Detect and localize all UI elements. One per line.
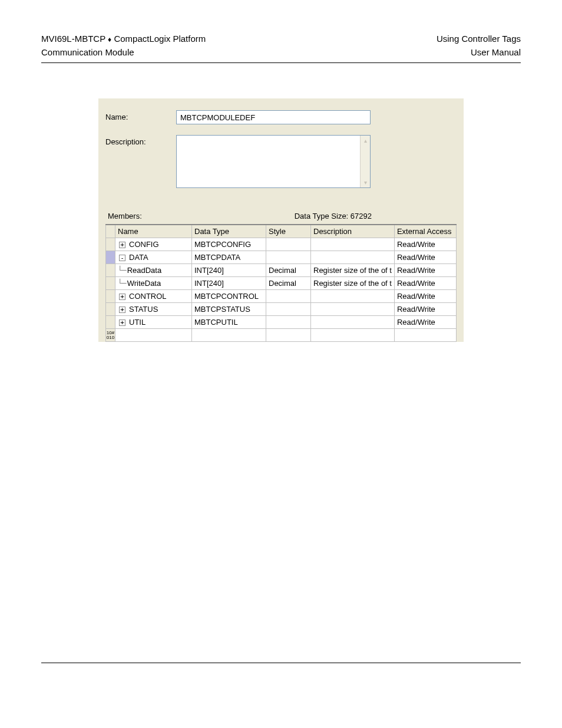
header-section: Using Controller Tags <box>437 32 521 46</box>
cell-style[interactable] <box>266 251 311 264</box>
expand-icon[interactable]: + <box>119 307 125 313</box>
table-row[interactable]: -DATAMBTCPDATARead/Write <box>106 251 457 264</box>
cell-style[interactable] <box>266 290 311 303</box>
footer-rule <box>41 663 521 663</box>
member-name: DATA <box>129 253 148 262</box>
cell-external-access[interactable]: Read/Write <box>394 264 456 277</box>
members-grid: Name Data Type Style Description Externa… <box>105 224 457 342</box>
member-name: CONTROL <box>129 292 167 301</box>
cell-name[interactable]: -DATA <box>115 251 192 264</box>
cell-data-type[interactable]: MBTCPCONTROL <box>192 290 266 303</box>
table-row[interactable]: +UTILMBTCPUTILRead/Write <box>106 316 457 329</box>
table-row[interactable]: +CONTROLMBTCPCONTROLRead/Write <box>106 290 457 303</box>
cell-description[interactable]: Register size of the of t <box>311 277 395 290</box>
row-stub[interactable] <box>106 290 115 303</box>
row-stub-new[interactable]: 10#010 <box>106 329 115 342</box>
empty-cell[interactable] <box>311 329 395 342</box>
header-product: MVI69L-MBTCP <box>41 34 105 44</box>
col-header-name[interactable]: Name <box>115 225 192 238</box>
empty-cell[interactable] <box>266 329 311 342</box>
page-header: MVI69L-MBTCP ♦ CompactLogix Platform Com… <box>41 32 521 63</box>
cell-style[interactable]: Decimal <box>266 264 311 277</box>
cell-name[interactable]: └─ReadData <box>115 264 192 277</box>
cell-description[interactable] <box>311 290 395 303</box>
cell-style[interactable] <box>266 303 311 316</box>
row-stub[interactable] <box>106 316 115 329</box>
cell-description[interactable] <box>311 251 395 264</box>
table-row-empty[interactable]: 10#010 <box>106 329 457 342</box>
header-platform: CompactLogix Platform <box>114 34 206 44</box>
tree-branch-icon: └─ <box>118 266 126 275</box>
cell-external-access[interactable]: Read/Write <box>394 303 456 316</box>
table-row[interactable]: +STATUSMBTCPSTATUSRead/Write <box>106 303 457 316</box>
cell-description[interactable]: Register size of the of t <box>311 264 395 277</box>
member-name: WriteData <box>127 279 161 288</box>
expand-icon[interactable]: + <box>119 242 125 248</box>
grid-header-row: Name Data Type Style Description Externa… <box>106 225 457 238</box>
member-name: CONFIG <box>129 240 159 249</box>
cell-external-access[interactable]: Read/Write <box>394 238 456 251</box>
tree-branch-icon: └─ <box>118 279 126 288</box>
data-type-size-label: Data Type Size: 67292 <box>295 212 454 220</box>
description-input[interactable]: ▴ ▾ <box>176 135 371 188</box>
cell-style[interactable] <box>266 238 311 251</box>
cell-name[interactable]: +CONTROL <box>115 290 192 303</box>
cell-style[interactable] <box>266 316 311 329</box>
cell-data-type[interactable]: INT[240] <box>192 277 266 290</box>
row-stub[interactable] <box>106 264 115 277</box>
table-row[interactable]: └─WriteDataINT[240]DecimalRegister size … <box>106 277 457 290</box>
col-header-description[interactable]: Description <box>311 225 395 238</box>
row-stub[interactable] <box>106 277 115 290</box>
cell-name[interactable]: +STATUS <box>115 303 192 316</box>
col-header-data-type[interactable]: Data Type <box>192 225 266 238</box>
table-row[interactable]: +CONFIGMBTCPCONFIGRead/Write <box>106 238 457 251</box>
table-row[interactable]: └─ReadDataINT[240]DecimalRegister size o… <box>106 264 457 277</box>
cell-external-access[interactable]: Read/Write <box>394 277 456 290</box>
empty-cell[interactable] <box>115 329 192 342</box>
header-module: Communication Module <box>41 46 206 60</box>
cell-data-type[interactable]: MBTCPDATA <box>192 251 266 264</box>
expand-icon[interactable]: + <box>119 319 125 326</box>
header-doc-type: User Manual <box>437 46 521 60</box>
cell-description[interactable] <box>311 238 395 251</box>
col-header-style[interactable]: Style <box>266 225 311 238</box>
cell-external-access[interactable]: Read/Write <box>394 251 456 264</box>
cell-external-access[interactable]: Read/Write <box>394 290 456 303</box>
empty-cell[interactable] <box>394 329 456 342</box>
cell-description[interactable] <box>311 303 395 316</box>
member-name: STATUS <box>129 305 158 314</box>
member-name: ReadData <box>127 266 162 275</box>
row-stub[interactable] <box>106 238 115 251</box>
col-header-external-access[interactable]: External Access <box>394 225 456 238</box>
scroll-down-icon[interactable]: ▾ <box>361 177 371 187</box>
diamond-icon: ♦ <box>108 35 111 44</box>
cell-name[interactable]: └─WriteData <box>115 277 192 290</box>
row-stub[interactable] <box>106 303 115 316</box>
description-label: Description: <box>105 135 176 146</box>
cell-data-type[interactable]: MBTCPSTATUS <box>192 303 266 316</box>
cell-style[interactable]: Decimal <box>266 277 311 290</box>
cell-data-type[interactable]: MBTCPCONFIG <box>192 238 266 251</box>
cell-data-type[interactable]: MBTCPUTIL <box>192 316 266 329</box>
dialog-panel: Name: Description: ▴ ▾ Members: Data Typ… <box>98 98 464 342</box>
scrollbar[interactable]: ▴ ▾ <box>360 136 370 187</box>
cell-name[interactable]: +CONFIG <box>115 238 192 251</box>
cell-external-access[interactable]: Read/Write <box>394 316 456 329</box>
member-name: UTIL <box>129 318 146 327</box>
row-stub[interactable] <box>106 251 115 264</box>
scroll-up-icon[interactable]: ▴ <box>361 136 371 146</box>
cell-name[interactable]: +UTIL <box>115 316 192 329</box>
grid-header-stub <box>106 225 115 238</box>
cell-data-type[interactable]: INT[240] <box>192 264 266 277</box>
expand-icon[interactable]: + <box>119 294 125 300</box>
cell-description[interactable] <box>311 316 395 329</box>
empty-cell[interactable] <box>192 329 266 342</box>
name-label: Name: <box>105 110 176 121</box>
name-input[interactable] <box>176 110 371 124</box>
collapse-icon[interactable]: - <box>119 255 125 261</box>
members-label: Members: <box>108 212 142 220</box>
